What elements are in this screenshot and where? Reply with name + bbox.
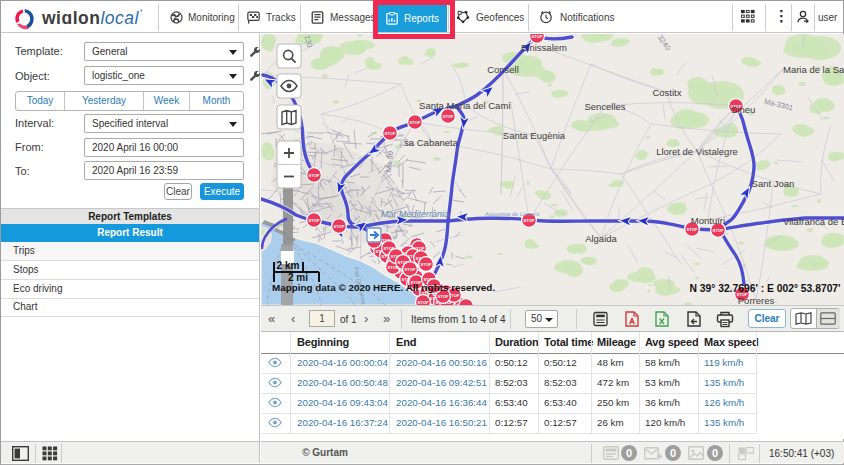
svg-text:STOP: STOP bbox=[713, 228, 724, 233]
svg-text:Santa Eugènia: Santa Eugènia bbox=[503, 130, 566, 141]
svg-text:STOP: STOP bbox=[438, 294, 449, 299]
svg-text:STOP: STOP bbox=[524, 218, 535, 223]
svg-text:Binissalem: Binissalem bbox=[521, 42, 567, 53]
svg-text:Montuïri: Montuïri bbox=[691, 215, 725, 226]
svg-text:Porreres: Porreres bbox=[738, 295, 775, 305]
svg-text:STOP: STOP bbox=[334, 224, 345, 229]
svg-text:2 km: 2 km bbox=[277, 260, 300, 271]
svg-text:Lloret de Vistalegre: Lloret de Vistalegre bbox=[656, 146, 738, 157]
svg-text:STOP: STOP bbox=[410, 120, 421, 125]
svg-text:STOP: STOP bbox=[532, 34, 543, 39]
svg-text:Algaida: Algaida bbox=[585, 233, 617, 244]
svg-text:STOP: STOP bbox=[421, 262, 432, 267]
svg-text:Mapping data © 2020 HERE. All: Mapping data © 2020 HERE. All rights res… bbox=[272, 282, 495, 293]
svg-text:Santa Maria del Camí: Santa Maria del Camí bbox=[419, 100, 511, 111]
svg-text:Consell: Consell bbox=[487, 64, 519, 75]
svg-text:Sant Joan: Sant Joan bbox=[752, 178, 795, 189]
svg-text:sa Cabaneta: sa Cabaneta bbox=[404, 137, 459, 148]
svg-text:STOP: STOP bbox=[418, 300, 429, 305]
svg-text:STOP: STOP bbox=[309, 218, 320, 223]
svg-text:Sencelles: Sencelles bbox=[584, 101, 625, 112]
svg-text:Costitx: Costitx bbox=[652, 87, 681, 98]
svg-text:STOP: STOP bbox=[687, 227, 698, 232]
svg-text:Autopista de Llevant: Autopista de Llevant bbox=[485, 211, 540, 217]
svg-text:STOP: STOP bbox=[405, 267, 416, 272]
svg-text:STOP: STOP bbox=[443, 114, 454, 119]
svg-text:STOP: STOP bbox=[385, 131, 396, 136]
svg-text:N 39° 32.7696' : E 002° 53.870: N 39° 32.7696' : E 002° 53.8707' bbox=[689, 283, 840, 294]
svg-text:STOP: STOP bbox=[309, 173, 320, 178]
svg-text:Sineu: Sineu bbox=[731, 104, 755, 115]
svg-text:Maria de la Salut: Maria de la Salut bbox=[783, 64, 844, 75]
svg-text:Mar Mediterrània: Mar Mediterrània bbox=[381, 209, 449, 219]
svg-text:Vilafranca de Bonany: Vilafranca de Bonany bbox=[783, 216, 844, 227]
